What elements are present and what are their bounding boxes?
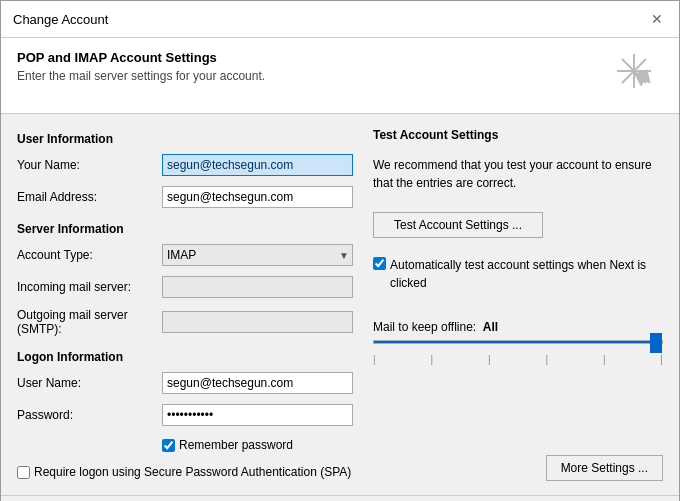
- header-section: POP and IMAP Account Settings Enter the …: [1, 38, 679, 114]
- password-label: Password:: [17, 408, 162, 422]
- email-address-label: Email Address:: [17, 190, 162, 204]
- slider-thumb[interactable]: [650, 333, 662, 353]
- mail-offline-section: Mail to keep offline: All | | | | | |: [373, 320, 663, 365]
- username-row: User Name:: [17, 372, 353, 394]
- content-area: User Information Your Name: Email Addres…: [1, 114, 679, 495]
- your-name-row: Your Name:: [17, 154, 353, 176]
- header-subtitle: Enter the mail server settings for your …: [17, 69, 265, 83]
- slider-track: [373, 340, 663, 344]
- slider-fill: [374, 341, 662, 343]
- email-address-row: Email Address:: [17, 186, 353, 208]
- password-input[interactable]: [162, 404, 353, 426]
- password-row: Password:: [17, 404, 353, 426]
- auto-test-label: Automatically test account settings when…: [390, 256, 663, 292]
- email-address-input[interactable]: [162, 186, 353, 208]
- more-settings-row: More Settings ...: [373, 455, 663, 481]
- remember-password-row: Remember password: [162, 438, 353, 452]
- dialog-title: Change Account: [13, 12, 108, 27]
- your-name-input[interactable]: [162, 154, 353, 176]
- account-type-select-wrapper: IMAP POP3 ▼: [162, 244, 353, 266]
- auto-test-checkbox[interactable]: [373, 257, 386, 270]
- incoming-server-label: Incoming mail server:: [17, 280, 162, 294]
- more-settings-button[interactable]: More Settings ...: [546, 455, 663, 481]
- account-type-label: Account Type:: [17, 248, 162, 262]
- outgoing-server-input[interactable]: [162, 311, 353, 333]
- account-type-row: Account Type: IMAP POP3 ▼: [17, 244, 353, 266]
- server-info-title: Server Information: [17, 222, 353, 236]
- auto-test-row: Automatically test account settings when…: [373, 256, 663, 292]
- left-panel: User Information Your Name: Email Addres…: [17, 128, 353, 481]
- right-description: We recommend that you test your account …: [373, 156, 663, 192]
- footer: < Back Next > Cancel Help: [1, 495, 679, 501]
- remember-password-label: Remember password: [179, 438, 293, 452]
- your-name-label: Your Name:: [17, 158, 162, 172]
- mail-offline-slider-container: [373, 340, 663, 344]
- username-label: User Name:: [17, 376, 162, 390]
- remember-password-checkbox[interactable]: [162, 439, 175, 452]
- incoming-server-input[interactable]: [162, 276, 353, 298]
- title-bar: Change Account ✕: [1, 1, 679, 38]
- spa-checkbox[interactable]: [17, 466, 30, 479]
- logon-info-title: Logon Information: [17, 350, 353, 364]
- close-button[interactable]: ✕: [647, 9, 667, 29]
- spa-row: Require logon using Secure Password Auth…: [17, 464, 353, 481]
- change-account-dialog: Change Account ✕ POP and IMAP Account Se…: [0, 0, 680, 501]
- right-spacer: [373, 375, 663, 445]
- username-input[interactable]: [162, 372, 353, 394]
- svg-marker-4: [635, 70, 650, 86]
- outgoing-server-row: Outgoing mail server (SMTP):: [17, 308, 353, 336]
- outgoing-server-label: Outgoing mail server (SMTP):: [17, 308, 162, 336]
- right-panel: Test Account Settings We recommend that …: [373, 128, 663, 481]
- mail-offline-label: Mail to keep offline: All: [373, 320, 663, 334]
- header-title: POP and IMAP Account Settings: [17, 50, 265, 65]
- header-text: POP and IMAP Account Settings Enter the …: [17, 50, 265, 83]
- test-account-settings-button[interactable]: Test Account Settings ...: [373, 212, 543, 238]
- cursor-icon: [613, 50, 655, 99]
- spa-label: Require logon using Secure Password Auth…: [34, 464, 351, 481]
- right-title: Test Account Settings: [373, 128, 663, 142]
- slider-ticks: | | | | | |: [373, 354, 663, 365]
- user-info-title: User Information: [17, 132, 353, 146]
- incoming-server-row: Incoming mail server:: [17, 276, 353, 298]
- account-type-select[interactable]: IMAP POP3: [162, 244, 353, 266]
